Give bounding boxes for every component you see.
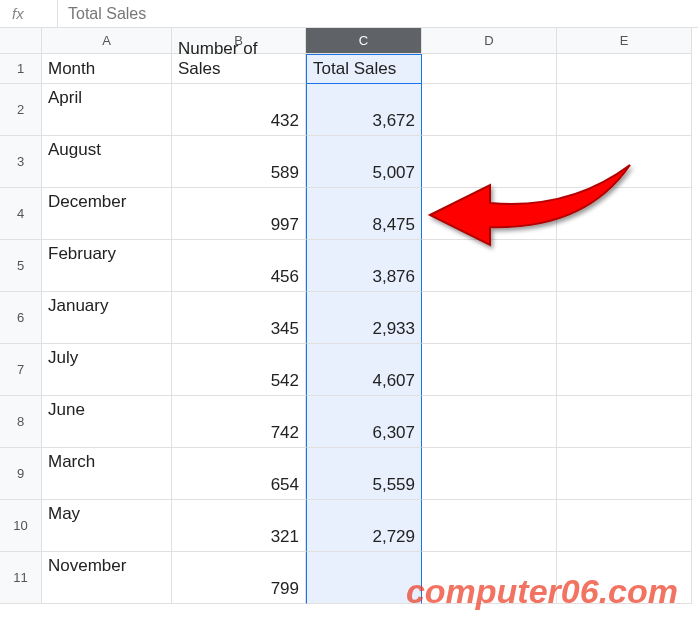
- cell-d4[interactable]: [422, 188, 557, 240]
- cell-a11[interactable]: November: [42, 552, 172, 604]
- row-header-8[interactable]: 8: [0, 396, 42, 448]
- formula-bar: fx: [0, 0, 698, 28]
- cell-a7[interactable]: July: [42, 344, 172, 396]
- cell-a10[interactable]: May: [42, 500, 172, 552]
- row-header-9[interactable]: 9: [0, 448, 42, 500]
- cell-d7[interactable]: [422, 344, 557, 396]
- cell-b2[interactable]: 432: [172, 84, 306, 136]
- cell-b1[interactable]: Number of Sales: [172, 54, 306, 84]
- cell-d1[interactable]: [422, 54, 557, 84]
- cell-c10[interactable]: 2,729: [306, 500, 422, 552]
- cell-b11[interactable]: 799: [172, 552, 306, 604]
- fx-icon: fx: [8, 0, 58, 27]
- cell-d11[interactable]: [422, 552, 557, 604]
- row-header-10[interactable]: 10: [0, 500, 42, 552]
- col-header-a[interactable]: A: [42, 28, 172, 54]
- cell-d9[interactable]: [422, 448, 557, 500]
- cell-c3[interactable]: 5,007: [306, 136, 422, 188]
- cell-b5[interactable]: 456: [172, 240, 306, 292]
- row-header-4[interactable]: 4: [0, 188, 42, 240]
- cell-e11[interactable]: [557, 552, 692, 604]
- cell-e6[interactable]: [557, 292, 692, 344]
- cell-e8[interactable]: [557, 396, 692, 448]
- cell-d6[interactable]: [422, 292, 557, 344]
- cell-d3[interactable]: [422, 136, 557, 188]
- cell-e9[interactable]: [557, 448, 692, 500]
- cell-b6[interactable]: 345: [172, 292, 306, 344]
- cell-e7[interactable]: [557, 344, 692, 396]
- row-header-7[interactable]: 7: [0, 344, 42, 396]
- formula-input[interactable]: [58, 0, 698, 27]
- cell-b3[interactable]: 589: [172, 136, 306, 188]
- cell-b8[interactable]: 742: [172, 396, 306, 448]
- cell-a4[interactable]: December: [42, 188, 172, 240]
- cell-a1[interactable]: Month: [42, 54, 172, 84]
- col-header-c[interactable]: C: [306, 28, 422, 54]
- cell-c5[interactable]: 3,876: [306, 240, 422, 292]
- cell-e4[interactable]: [557, 188, 692, 240]
- row-header-11[interactable]: 11: [0, 552, 42, 604]
- cell-d8[interactable]: [422, 396, 557, 448]
- cell-a8[interactable]: June: [42, 396, 172, 448]
- cell-e2[interactable]: [557, 84, 692, 136]
- cell-e3[interactable]: [557, 136, 692, 188]
- cell-c9[interactable]: 5,559: [306, 448, 422, 500]
- cell-c7[interactable]: 4,607: [306, 344, 422, 396]
- cell-e1[interactable]: [557, 54, 692, 84]
- cell-c4[interactable]: 8,475: [306, 188, 422, 240]
- cell-e10[interactable]: [557, 500, 692, 552]
- spreadsheet-grid[interactable]: A B C D E 1 Month Number of Sales Total …: [0, 28, 698, 604]
- row-header-2[interactable]: 2: [0, 84, 42, 136]
- col-header-d[interactable]: D: [422, 28, 557, 54]
- cell-b9[interactable]: 654: [172, 448, 306, 500]
- cell-a6[interactable]: January: [42, 292, 172, 344]
- cell-c8[interactable]: 6,307: [306, 396, 422, 448]
- cell-c6[interactable]: 2,933: [306, 292, 422, 344]
- row-header-3[interactable]: 3: [0, 136, 42, 188]
- cell-a3[interactable]: August: [42, 136, 172, 188]
- cell-c1[interactable]: Total Sales: [306, 54, 422, 84]
- cell-e5[interactable]: [557, 240, 692, 292]
- row-header-5[interactable]: 5: [0, 240, 42, 292]
- cell-a5[interactable]: February: [42, 240, 172, 292]
- cell-c11[interactable]: [306, 552, 422, 604]
- cell-b7[interactable]: 542: [172, 344, 306, 396]
- grid-corner[interactable]: [0, 28, 42, 54]
- cell-d5[interactable]: [422, 240, 557, 292]
- col-header-e[interactable]: E: [557, 28, 692, 54]
- cell-a2[interactable]: April: [42, 84, 172, 136]
- row-header-6[interactable]: 6: [0, 292, 42, 344]
- cell-c2[interactable]: 3,672: [306, 84, 422, 136]
- cell-d10[interactable]: [422, 500, 557, 552]
- cell-a9[interactable]: March: [42, 448, 172, 500]
- row-header-1[interactable]: 1: [0, 54, 42, 84]
- cell-b4[interactable]: 997: [172, 188, 306, 240]
- cell-b10[interactable]: 321: [172, 500, 306, 552]
- cell-d2[interactable]: [422, 84, 557, 136]
